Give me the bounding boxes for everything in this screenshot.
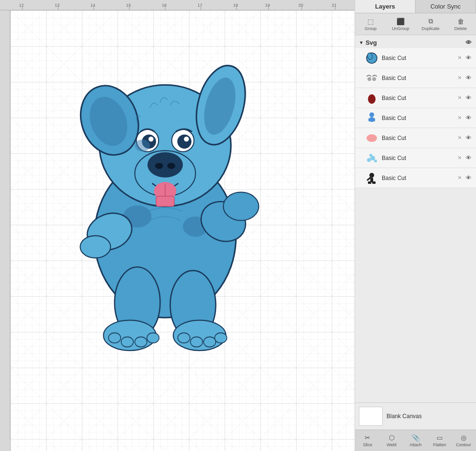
- canvas-area: 12 13 14 15 16 17 18 19 20 21: [0, 0, 355, 451]
- tab-layers[interactable]: Layers: [355, 0, 416, 13]
- layer-remove-icon[interactable]: ✕: [456, 115, 463, 121]
- layer-name: Basic Cut: [382, 95, 453, 101]
- duplicate-button[interactable]: ⧉ Duplicate: [416, 15, 445, 33]
- layer-remove-icon[interactable]: ✕: [456, 155, 463, 161]
- svg-text:13: 13: [55, 3, 60, 8]
- svg-point-42: [184, 137, 189, 142]
- ungroup-button[interactable]: ⬛ UnGroup: [386, 15, 415, 33]
- layer-remove-icon[interactable]: ✕: [456, 55, 463, 61]
- chevron-down-icon: ▼: [359, 40, 364, 45]
- group-icon: ⬚: [367, 18, 374, 25]
- layer-actions: ✕ 👁: [456, 134, 472, 141]
- flatten-button[interactable]: ▭ Flatten: [428, 432, 451, 449]
- svg-point-74: [367, 134, 377, 142]
- attach-button[interactable]: 📎 Attach: [404, 432, 427, 449]
- blank-canvas-area: Blank Canvas: [355, 402, 476, 430]
- svg-point-34: [148, 152, 183, 178]
- svg-point-57: [121, 337, 134, 347]
- weld-icon: ⬡: [389, 434, 395, 441]
- layer-item[interactable]: Basic Cut ✕ 👁: [355, 48, 476, 68]
- layer-item[interactable]: Basic Cut ✕ 👁: [355, 108, 476, 128]
- layer-thumbnail: [365, 51, 379, 65]
- svg-point-77: [374, 160, 377, 162]
- svg-point-41: [149, 137, 154, 142]
- svg-point-69: [368, 94, 376, 104]
- grid-canvas[interactable]: [10, 10, 355, 451]
- layer-eye-icon[interactable]: 👁: [465, 174, 472, 181]
- panel-toolbar: ⬚ Group ⬛ UnGroup ⧉ Duplicate 🗑 Delete: [355, 13, 476, 35]
- ruler-left: [0, 10, 10, 451]
- layer-remove-icon[interactable]: ✕: [456, 175, 463, 181]
- svg-point-51: [223, 192, 258, 221]
- svg-text:18: 18: [233, 3, 238, 8]
- layer-name: Basic Cut: [382, 135, 453, 141]
- weld-button[interactable]: ⬡ Weld: [380, 432, 403, 449]
- layer-eye-icon[interactable]: 👁: [465, 74, 472, 81]
- svg-point-60: [178, 333, 190, 343]
- contour-button[interactable]: ◎ Contour: [452, 432, 475, 449]
- layer-name: Basic Cut: [382, 75, 453, 81]
- svg-point-36: [167, 163, 175, 169]
- blank-canvas-thumbnail: [359, 407, 383, 426]
- dog-illustration[interactable]: [58, 34, 272, 358]
- layer-name: Basic Cut: [382, 175, 453, 181]
- right-panel: Layers Color Sync ⬚ Group ⬛ UnGroup ⧉ Du…: [355, 0, 476, 451]
- svg-point-40: [178, 134, 192, 149]
- layer-actions: ✕ 👁: [456, 154, 472, 161]
- svg-rect-64: [156, 196, 174, 206]
- canvas-viewport: [0, 10, 355, 451]
- panel-tabs: Layers Color Sync: [355, 0, 476, 13]
- layer-eye-icon[interactable]: 👁: [465, 134, 472, 141]
- attach-icon: 📎: [412, 434, 420, 441]
- layer-thumbnail: [365, 131, 379, 145]
- delete-button[interactable]: 🗑 Delete: [446, 15, 475, 33]
- svg-point-49: [80, 236, 111, 258]
- layer-actions: ✕ 👁: [456, 74, 472, 81]
- layers-list[interactable]: ▼ Svg 👁 Basic Cut ✕ 👁: [355, 35, 476, 402]
- layer-remove-icon[interactable]: ✕: [456, 75, 463, 81]
- layer-eye-icon[interactable]: 👁: [465, 54, 472, 61]
- svg-point-35: [155, 163, 163, 169]
- svg-point-78: [369, 154, 372, 157]
- svg-point-67: [367, 77, 371, 81]
- layer-item[interactable]: Basic Cut ✕ 👁: [355, 68, 476, 88]
- group-button[interactable]: ⬚ Group: [356, 15, 385, 33]
- bottom-toolbar: ✂ Slice ⬡ Weld 📎 Attach ▭ Flatten ◎ Cont…: [355, 430, 476, 451]
- ungroup-icon: ⬛: [397, 18, 405, 25]
- tab-color-sync[interactable]: Color Sync: [416, 0, 476, 13]
- svg-group-header[interactable]: ▼ Svg 👁: [355, 37, 476, 48]
- layer-remove-icon[interactable]: ✕: [456, 135, 463, 141]
- svg-point-56: [109, 333, 121, 343]
- layer-actions: ✕ 👁: [456, 94, 472, 101]
- svg-point-58: [135, 337, 147, 347]
- main-layout: 12 13 14 15 16 17 18 19 20 21: [0, 0, 476, 451]
- layer-eye-icon[interactable]: 👁: [465, 114, 472, 121]
- layer-item[interactable]: Basic Cut ✕ 👁: [355, 88, 476, 108]
- layer-remove-icon[interactable]: ✕: [456, 95, 463, 101]
- layer-name: Basic Cut: [382, 55, 453, 61]
- layer-item[interactable]: Basic Cut ✕ 👁: [355, 128, 476, 148]
- svg-rect-72: [368, 118, 371, 121]
- svg-text:21: 21: [332, 3, 337, 8]
- svg-rect-81: [368, 181, 371, 184]
- svg-text:14: 14: [90, 3, 95, 8]
- layer-item[interactable]: Basic Cut ✕ 👁: [355, 168, 476, 188]
- svg-group-eye-icon[interactable]: 👁: [465, 39, 472, 46]
- svg-point-68: [372, 77, 376, 81]
- layer-thumbnail: [365, 151, 379, 165]
- layer-eye-icon[interactable]: 👁: [465, 94, 472, 101]
- svg-point-59: [147, 333, 159, 343]
- blank-canvas-label: Blank Canvas: [387, 413, 422, 420]
- layer-eye-icon[interactable]: 👁: [465, 154, 472, 161]
- layer-thumbnail: [365, 111, 379, 125]
- ruler-top: 12 13 14 15 16 17 18 19 20 21: [0, 0, 355, 10]
- svg-text:15: 15: [126, 3, 131, 8]
- svg-point-47: [135, 140, 150, 152]
- contour-icon: ◎: [461, 434, 466, 441]
- svg-rect-82: [372, 181, 376, 184]
- flatten-icon: ▭: [436, 434, 443, 441]
- layer-item[interactable]: Basic Cut ✕ 👁: [355, 148, 476, 168]
- slice-button[interactable]: ✂ Slice: [356, 432, 379, 449]
- svg-rect-73: [373, 118, 375, 121]
- svg-point-62: [204, 337, 216, 347]
